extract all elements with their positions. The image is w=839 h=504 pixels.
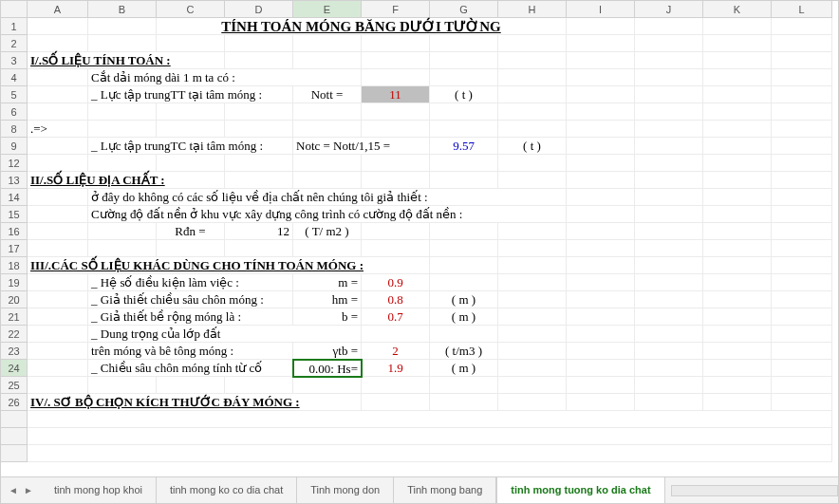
- label-r21[interactable]: _ Giả thiết bề rộng móng là :: [88, 308, 293, 326]
- row-23[interactable]: 23: [1, 343, 28, 360]
- select-all-corner[interactable]: [1, 1, 28, 18]
- unit-r21[interactable]: ( m ): [430, 308, 498, 326]
- row-26[interactable]: 26: [1, 394, 28, 411]
- cell[interactable]: [28, 18, 88, 35]
- cell[interactable]: [567, 18, 635, 35]
- row-9[interactable]: 9: [1, 138, 28, 155]
- row-6[interactable]: 6: [1, 103, 28, 121]
- text-r15[interactable]: Cường độ đất nền ở khu vực xây dựng công…: [88, 206, 567, 223]
- col-C[interactable]: C: [157, 1, 225, 18]
- row-15[interactable]: 15: [1, 206, 28, 223]
- val-r16[interactable]: 12: [225, 223, 293, 240]
- label-r9[interactable]: _ Lực tập trungTC tại tâm móng :: [88, 138, 293, 155]
- section-3-header[interactable]: III/.CÁC SỐ LIỆU KHÁC DÙNG CHO TÍNH TOÁN…: [28, 257, 430, 274]
- col-L[interactable]: L: [772, 1, 832, 18]
- col-B[interactable]: B: [88, 1, 157, 18]
- unit-r9[interactable]: ( t ): [498, 138, 567, 155]
- col-D[interactable]: D: [225, 1, 293, 18]
- label-r22[interactable]: _ Dung trọng của lớp đất: [88, 326, 362, 343]
- tab-tinh-mong-ko-co-dia-chat[interactable]: tinh mong ko co dia chat: [157, 477, 297, 503]
- text-r14[interactable]: ở đây do không có các số liệu về địa chấ…: [88, 189, 567, 206]
- unit-r5[interactable]: ( t ): [430, 86, 498, 103]
- val-r20[interactable]: 0.8: [362, 291, 430, 308]
- spreadsheet-grid[interactable]: A B C D E F G H I J K L 1 TÍNH TOÁN MÓNG…: [1, 1, 838, 462]
- tab-tinh-mong-hop-khoi[interactable]: tinh mong hop khoi: [41, 477, 157, 503]
- sym-r24[interactable]: 0.00: Hs=: [293, 360, 362, 377]
- sym-r5[interactable]: Nott =: [293, 86, 362, 103]
- label-r19[interactable]: _ Hệ số điều kiện làm việc :: [88, 274, 293, 291]
- page-title[interactable]: TÍNH TOÁN MÓNG BĂNG DƯỚI TƯỜNG: [157, 18, 567, 35]
- row-16[interactable]: 16: [1, 223, 28, 240]
- row-2[interactable]: 2: [1, 35, 28, 52]
- row-1[interactable]: 1: [1, 18, 28, 35]
- label-r23[interactable]: trên móng và bê tông móng :: [88, 343, 293, 360]
- text-r4[interactable]: Cắt dải móng dài 1 m ta có :: [88, 69, 362, 86]
- col-I[interactable]: I: [567, 1, 635, 18]
- horizontal-scrollbar[interactable]: [671, 477, 838, 503]
- val-r9[interactable]: 9.57: [430, 138, 498, 155]
- label-r5[interactable]: _ Lực tập trungTT tại tâm móng :: [88, 86, 293, 103]
- row-22[interactable]: 22: [1, 326, 28, 343]
- row-12[interactable]: 12: [1, 155, 28, 172]
- col-J[interactable]: J: [635, 1, 703, 18]
- unit-r20[interactable]: ( m ): [430, 291, 498, 308]
- row-13[interactable]: 13: [1, 172, 28, 189]
- sym-r19[interactable]: m =: [293, 274, 362, 291]
- col-H[interactable]: H: [498, 1, 567, 18]
- row-14[interactable]: 14: [1, 189, 28, 206]
- col-G[interactable]: G: [430, 1, 498, 18]
- sym-r23[interactable]: γtb =: [293, 343, 362, 360]
- row-24[interactable]: 24: [1, 360, 28, 377]
- col-A[interactable]: A: [28, 1, 88, 18]
- row-21[interactable]: 21: [1, 308, 28, 326]
- val-r23[interactable]: 2: [362, 343, 430, 360]
- sym-r20[interactable]: hm =: [293, 291, 362, 308]
- tab-tinh-mong-don[interactable]: Tinh mong don: [297, 477, 394, 503]
- cell[interactable]: [635, 18, 703, 35]
- text-r8[interactable]: .=>: [28, 121, 88, 138]
- sym-r9[interactable]: Notc = Nott/1,15 =: [293, 138, 430, 155]
- tab-tinh-mong-tuong-ko-dia-chat[interactable]: tinh mong tuong ko dia chat: [496, 477, 664, 503]
- col-F[interactable]: F: [362, 1, 430, 18]
- tab-tinh-mong-bang[interactable]: Tinh mong bang: [394, 477, 496, 503]
- row-4[interactable]: 4: [1, 69, 28, 86]
- row-5[interactable]: 5: [1, 86, 28, 103]
- row-17[interactable]: 17: [1, 240, 28, 257]
- label-r24[interactable]: _ Chiều sâu chôn móng tính từ cố: [88, 360, 293, 377]
- val-r5[interactable]: 11: [362, 86, 430, 103]
- row-19[interactable]: 19: [1, 274, 28, 291]
- row-8[interactable]: 8: [1, 121, 28, 138]
- row-20[interactable]: 20: [1, 291, 28, 308]
- unit-r16[interactable]: ( T/ m2 ): [293, 223, 362, 240]
- sym-r16[interactable]: Rđn =: [157, 223, 225, 240]
- row-18[interactable]: 18: [1, 257, 28, 274]
- section-1-header[interactable]: I/.SỐ LIỆU TÍNH TOÁN :: [28, 52, 225, 69]
- cell[interactable]: [88, 18, 157, 35]
- section-4-header[interactable]: IV/. SƠ BỘ CHỌN KÍCH THƯỚC ĐÁY MÓNG :: [28, 394, 362, 411]
- row-25[interactable]: 25: [1, 377, 28, 394]
- sheet-tabs: tinh mong hop khoi tinh mong ko co dia c…: [41, 477, 665, 503]
- label-r20[interactable]: _ Giả thiết chiều sâu chôn móng :: [88, 291, 293, 308]
- col-K[interactable]: K: [703, 1, 772, 18]
- cell[interactable]: [703, 18, 772, 35]
- tab-next-icon[interactable]: ►: [22, 484, 35, 497]
- val-r24[interactable]: 1.9: [362, 360, 430, 377]
- tab-nav-buttons: ◄ ►: [1, 477, 41, 503]
- col-E[interactable]: E: [293, 1, 362, 18]
- unit-r23[interactable]: ( t/m3 ): [430, 343, 498, 360]
- section-2-header[interactable]: II/.SỐ LIỆU ĐỊA CHẤT :: [28, 172, 225, 189]
- tab-prev-icon[interactable]: ◄: [7, 484, 20, 497]
- sym-r21[interactable]: b =: [293, 308, 362, 326]
- cell[interactable]: [772, 18, 832, 35]
- row-3[interactable]: 3: [1, 52, 28, 69]
- sheet-tabbar: ◄ ► tinh mong hop khoi tinh mong ko co d…: [1, 476, 838, 503]
- val-r21[interactable]: 0.7: [362, 308, 430, 326]
- unit-r24[interactable]: ( m ): [430, 360, 498, 377]
- val-r19[interactable]: 0.9: [362, 274, 430, 291]
